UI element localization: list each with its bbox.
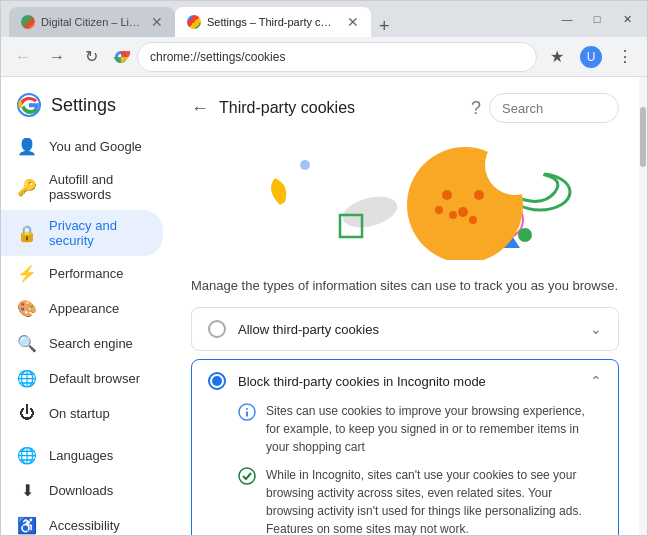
- option-block-incognito-radio[interactable]: [208, 372, 226, 390]
- description-text: Manage the types of information sites ca…: [191, 277, 619, 295]
- svg-point-23: [239, 468, 255, 484]
- maximize-button[interactable]: □: [585, 7, 609, 31]
- sidebar-label-privacy: Privacy and security: [49, 218, 147, 248]
- help-icon[interactable]: ?: [471, 98, 481, 119]
- address-text: chrome://settings/cookies: [150, 50, 285, 64]
- main-content: ← Third-party cookies ?: [171, 77, 639, 535]
- option-allow: Allow third-party cookies ⌄: [191, 307, 619, 351]
- sub-item-check: While in Incognito, sites can't use your…: [238, 466, 602, 535]
- cookies-illustration: [195, 140, 615, 260]
- svg-point-18: [435, 206, 443, 214]
- option-allow-radio[interactable]: [208, 320, 226, 338]
- sidebar-item-search-engine[interactable]: 🔍 Search engine: [1, 326, 163, 361]
- sub-item-info-text: Sites can use cookies to improve your br…: [266, 402, 602, 456]
- sidebar-label-accessibility: Accessibility: [49, 518, 120, 533]
- sub-item-info: Sites can use cookies to improve your br…: [238, 402, 602, 456]
- sidebar-label-languages: Languages: [49, 448, 113, 463]
- svg-point-15: [474, 190, 484, 200]
- sidebar-label-you-and-google: You and Google: [49, 139, 142, 154]
- option-allow-header[interactable]: Allow third-party cookies ⌄: [192, 308, 618, 350]
- radio-inner: [212, 376, 222, 386]
- sidebar-item-autofill[interactable]: 🔑 Autofill and passwords: [1, 164, 163, 210]
- sidebar: Settings 👤 You and Google 🔑 Autofill and…: [1, 77, 171, 535]
- title-bar: Digital Citizen – Life in a digita… ✕ Se…: [1, 1, 647, 37]
- content-header: ← Third-party cookies ?: [191, 93, 619, 123]
- svg-point-17: [469, 216, 477, 224]
- browser-icon: 🌐: [17, 369, 37, 388]
- forward-button[interactable]: →: [43, 43, 71, 71]
- svg-rect-22: [246, 412, 248, 417]
- tab-1-label: Digital Citizen – Life in a digita…: [41, 16, 141, 28]
- sidebar-label-on-startup: On startup: [49, 406, 110, 421]
- sidebar-item-privacy[interactable]: 🔒 Privacy and security: [1, 210, 163, 256]
- reload-button[interactable]: ↻: [77, 43, 105, 71]
- appearance-icon: 🎨: [17, 299, 37, 318]
- svg-point-3: [300, 160, 310, 170]
- svg-point-7: [518, 228, 532, 242]
- svg-point-13: [442, 190, 452, 200]
- content-search-input[interactable]: [489, 93, 619, 123]
- performance-icon: ⚡: [17, 264, 37, 283]
- key-icon: 🔑: [17, 178, 37, 197]
- option-block-incognito-header[interactable]: Block third-party cookies in Incognito m…: [192, 360, 618, 402]
- sidebar-item-accessibility[interactable]: ♿ Accessibility: [1, 508, 163, 535]
- sub-item-check-text: While in Incognito, sites can't use your…: [266, 466, 602, 535]
- tab-2-favicon: [187, 15, 201, 29]
- sidebar-item-downloads[interactable]: ⬇ Downloads: [1, 473, 163, 508]
- tab-2-label: Settings – Third-party cookies: [207, 16, 337, 28]
- content-inner: ← Third-party cookies ?: [171, 77, 639, 535]
- sidebar-item-you-and-google[interactable]: 👤 You and Google: [1, 129, 163, 164]
- chrome-logo-icon: [111, 47, 131, 67]
- bookmark-icon[interactable]: ★: [543, 43, 571, 71]
- header-actions: ?: [471, 93, 619, 123]
- languages-icon: 🌐: [17, 446, 37, 465]
- tab-bar: Digital Citizen – Life in a digita… ✕ Se…: [9, 1, 547, 37]
- tab-2-close[interactable]: ✕: [347, 14, 359, 30]
- profile-icon[interactable]: U: [577, 43, 605, 71]
- downloads-icon: ⬇: [17, 481, 37, 500]
- sidebar-label-search-engine: Search engine: [49, 336, 133, 351]
- google-logo-icon: [17, 93, 41, 117]
- settings-title: Settings: [51, 95, 116, 116]
- sidebar-label-appearance: Appearance: [49, 301, 119, 316]
- sidebar-item-appearance[interactable]: 🎨 Appearance: [1, 291, 163, 326]
- content-back-button[interactable]: ←: [191, 98, 209, 119]
- person-icon: 👤: [17, 137, 37, 156]
- scrollbar-track[interactable]: [639, 77, 647, 535]
- window-controls: — □ ✕: [555, 7, 639, 31]
- content-title: Third-party cookies: [219, 99, 461, 117]
- search-engine-icon: 🔍: [17, 334, 37, 353]
- option-allow-expand-icon: ⌄: [590, 321, 602, 337]
- option-allow-label: Allow third-party cookies: [238, 322, 578, 337]
- address-bar[interactable]: chrome://settings/cookies: [137, 42, 537, 72]
- illustration: [191, 135, 619, 265]
- menu-icon[interactable]: ⋮: [611, 43, 639, 71]
- sidebar-item-on-startup[interactable]: ⏻ On startup: [1, 396, 163, 430]
- sidebar-item-performance[interactable]: ⚡ Performance: [1, 256, 163, 291]
- minimize-button[interactable]: —: [555, 7, 579, 31]
- startup-icon: ⏻: [17, 404, 37, 422]
- option-block-incognito-expand-icon: ⌃: [590, 373, 602, 389]
- sidebar-item-default-browser[interactable]: 🌐 Default browser: [1, 361, 163, 396]
- option-block-incognito-label: Block third-party cookies in Incognito m…: [238, 374, 578, 389]
- option-block-incognito: Block third-party cookies in Incognito m…: [191, 359, 619, 535]
- tab-settings[interactable]: Settings – Third-party cookies ✕: [175, 7, 371, 37]
- tab-1-close[interactable]: ✕: [151, 14, 163, 30]
- new-tab-button[interactable]: +: [371, 16, 398, 37]
- option-block-incognito-expanded: Sites can use cookies to improve your br…: [192, 402, 618, 535]
- scrollbar-thumb[interactable]: [640, 107, 646, 167]
- close-button[interactable]: ✕: [615, 7, 639, 31]
- back-button[interactable]: ←: [9, 43, 37, 71]
- sidebar-item-languages[interactable]: 🌐 Languages: [1, 438, 163, 473]
- svg-point-21: [246, 408, 248, 410]
- tab-1-favicon: [21, 15, 35, 29]
- info-icon-svg: [238, 403, 256, 421]
- svg-point-4: [339, 191, 400, 233]
- sidebar-header: Settings: [1, 85, 171, 129]
- sidebar-label-downloads: Downloads: [49, 483, 113, 498]
- sidebar-label-default-browser: Default browser: [49, 371, 140, 386]
- toolbar: ← → ↻ chrome://settings/cookies ★ U ⋮: [1, 37, 647, 77]
- page: Settings 👤 You and Google 🔑 Autofill and…: [1, 77, 647, 535]
- lock-icon: 🔒: [17, 224, 37, 243]
- tab-digital-citizen[interactable]: Digital Citizen – Life in a digita… ✕: [9, 7, 175, 37]
